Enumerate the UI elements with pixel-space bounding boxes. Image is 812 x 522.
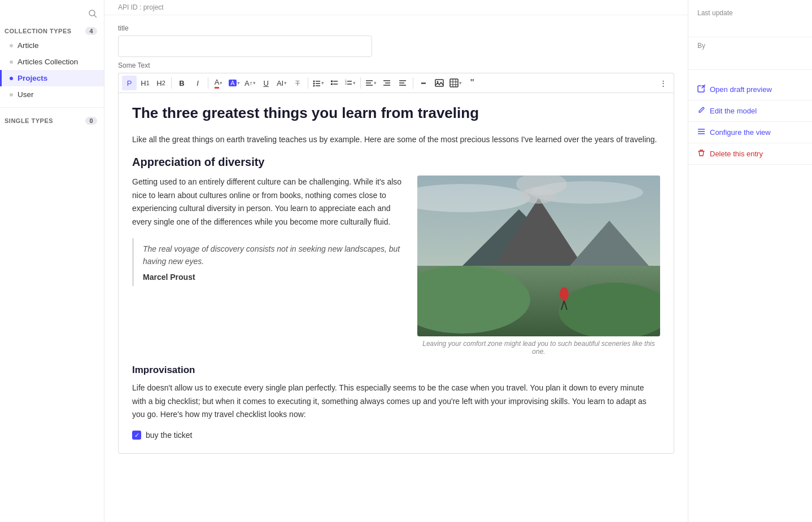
sidebar-item-label: Projects — [18, 74, 47, 82]
checklist-item-1: buy the ticket — [132, 431, 660, 440]
toolbar-quote-btn[interactable]: " — [465, 76, 479, 90]
toolbar-more-btn[interactable]: ⋮ — [656, 76, 670, 90]
checkbox-checked-icon[interactable] — [132, 431, 141, 440]
sidebar-item-label: Articles Collection — [18, 58, 78, 66]
svg-rect-10 — [331, 84, 333, 85]
some-text-label: Some Text — [118, 62, 674, 69]
toolbar-numbered-list-btn[interactable]: 1.2. ▾ — [343, 76, 357, 90]
svg-text:2.: 2. — [345, 82, 347, 85]
configure-the-view-label: Configure the view — [710, 128, 771, 137]
image-caption: Leaving your comfort zone might lead you… — [417, 340, 660, 356]
collection-types-header: COLLECTION TYPES 4 — [0, 23, 104, 37]
sidebar-item-projects[interactable]: Projects — [0, 70, 104, 86]
svg-line-1 — [94, 15, 97, 17]
sidebar-divider — [0, 107, 104, 108]
sidebar-item-label: User — [18, 90, 34, 99]
svg-point-4 — [313, 83, 315, 85]
delete-entry-action[interactable]: Delete this entry — [688, 143, 812, 165]
toolbar-bold-btn[interactable]: B — [174, 76, 189, 90]
edit-pencil-icon — [697, 106, 705, 116]
editor-section2-body: Life doesn't allow us to execute every s… — [132, 381, 660, 422]
api-id-text: API ID : project — [118, 3, 164, 11]
blockquote-text: The real voyage of discovery consists no… — [143, 243, 406, 268]
right-panel-actions: Open draft preview Edit the model Config… — [688, 79, 812, 165]
toolbar-strikethrough-btn[interactable]: T — [290, 76, 305, 90]
editor-section1-heading: Appreciation of diversity — [132, 156, 660, 169]
sidebar-item-articles-collection[interactable]: Articles Collection — [0, 54, 104, 70]
svg-rect-8 — [331, 81, 333, 82]
right-panel: Last update By Open draft preview Edit t… — [688, 0, 812, 522]
editor-blockquote: The real voyage of discovery consists no… — [132, 238, 406, 286]
editor-section2-heading: Improvisation — [132, 365, 660, 376]
editor-section1-body: Getting used to an entirely different cu… — [132, 176, 406, 229]
checklist-item-1-label: buy the ticket — [146, 431, 193, 440]
trash-icon — [697, 149, 705, 159]
rich-text-toolbar: P H1 H2 B I A ▾ A ▾ A↑ ▾ U AI▾ T — [118, 73, 674, 93]
search-icon[interactable] — [87, 8, 98, 19]
toolbar-bullet-list-btn[interactable]: ▾ — [311, 76, 326, 90]
sidebar-item-label: Article — [18, 41, 39, 50]
sidebar-item-article[interactable]: Article — [0, 37, 104, 54]
last-update-value — [697, 19, 803, 28]
toolbar-paragraph-btn[interactable]: P — [122, 76, 137, 90]
toolbar-table-btn[interactable]: ▾ — [448, 76, 464, 90]
editor-content[interactable]: The three greatest things you learn from… — [118, 93, 674, 454]
rich-text-section: Some Text P H1 H2 B I A ▾ A ▾ A↑ ▾ U AI▾ — [104, 62, 688, 522]
collection-types-label: COLLECTION TYPES — [5, 28, 72, 34]
toolbar-sep-3 — [308, 77, 308, 89]
toolbar-underline-btn[interactable]: U — [259, 76, 273, 90]
collection-types-badge: 4 — [85, 27, 97, 35]
sidebar-item-user[interactable]: User — [0, 86, 104, 103]
editor-main-heading: The three greatest things you learn from… — [132, 104, 660, 122]
single-types-header: SINGLE TYPES 0 — [0, 112, 104, 127]
editor-content-row: Getting used to an entirely different cu… — [132, 176, 660, 356]
sidebar-dot — [10, 93, 13, 96]
toolbar-checklist-btn[interactable] — [327, 76, 342, 90]
toolbar-sep-4 — [360, 77, 361, 89]
sidebar-search-area — [0, 5, 104, 23]
toolbar-h2-btn[interactable]: H2 — [154, 76, 168, 90]
svg-point-2 — [313, 81, 315, 82]
single-types-badge: 0 — [85, 117, 97, 125]
toolbar-highlight-btn[interactable]: A ▾ — [227, 76, 242, 90]
editor-content-left: Getting used to an entirely different cu… — [132, 176, 406, 356]
single-types-label: SINGLE TYPES — [5, 117, 53, 124]
sidebar: COLLECTION TYPES 4 Article Articles Coll… — [0, 0, 104, 522]
open-draft-preview-action[interactable]: Open draft preview — [688, 79, 812, 100]
sidebar-dot — [10, 44, 13, 47]
list-icon — [697, 128, 705, 137]
toolbar-sep-2 — [208, 77, 208, 89]
title-section: title — [104, 15, 688, 62]
editor-image-area: Leaving your comfort zone might lead you… — [417, 176, 660, 356]
sidebar-dot — [10, 77, 13, 80]
last-update-section: Last update — [688, 9, 812, 37]
delete-entry-label: Delete this entry — [710, 150, 763, 158]
by-section: By — [688, 42, 812, 70]
sidebar-dot — [10, 60, 13, 64]
toolbar-text-size-btn[interactable]: A↑ ▾ — [243, 76, 257, 90]
svg-rect-25 — [435, 80, 443, 86]
editor-intro-paragraph: Like all the great things on earth trave… — [132, 133, 660, 147]
toolbar-h1-btn[interactable]: H1 — [138, 76, 152, 90]
toolbar-image-btn[interactable] — [432, 76, 447, 90]
open-draft-preview-label: Open draft preview — [710, 85, 772, 94]
edit-the-model-action[interactable]: Edit the model — [688, 100, 812, 122]
api-id-bar: API ID : project — [104, 0, 688, 15]
by-value — [697, 52, 803, 60]
toolbar-indent-btn[interactable] — [379, 76, 394, 90]
toolbar-sep-1 — [171, 77, 172, 89]
edit-the-model-label: Edit the model — [710, 107, 757, 115]
toolbar-outdent-btn[interactable] — [395, 76, 410, 90]
svg-point-43 — [560, 287, 569, 301]
title-input[interactable] — [118, 36, 372, 57]
main-content-area: API ID : project title Some Text P H1 H2… — [104, 0, 688, 522]
toolbar-ai-btn[interactable]: AI▾ — [274, 76, 289, 90]
configure-the-view-action[interactable]: Configure the view — [688, 122, 812, 143]
by-label: By — [697, 42, 803, 50]
toolbar-align-btn[interactable]: ▾ — [364, 76, 378, 90]
toolbar-italic-btn[interactable]: I — [190, 76, 205, 90]
toolbar-font-color-btn[interactable]: A ▾ — [211, 76, 226, 90]
svg-rect-27 — [450, 79, 458, 87]
toolbar-divider-btn[interactable]: ━ — [416, 76, 431, 90]
toolbar-sep-5 — [413, 77, 413, 89]
